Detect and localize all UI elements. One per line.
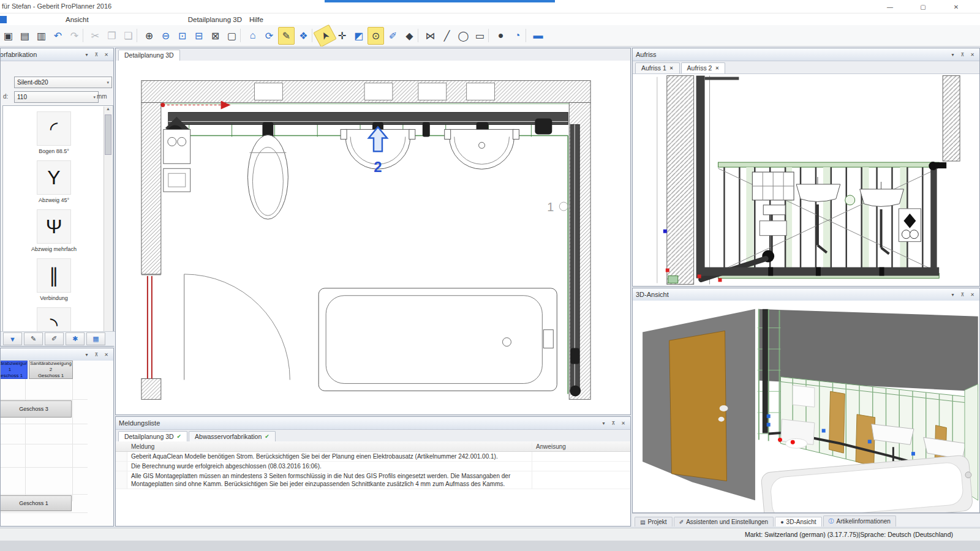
- riser-button-right[interactable]: Sanitärabzweigung 2 Geschoss 1: [29, 361, 73, 379]
- scrollbar-thumb[interactable]: [105, 114, 111, 155]
- catalog-item[interactable]: ◜ Bogen 88.5°: [8, 111, 100, 155]
- close-icon[interactable]: ✕: [669, 66, 674, 71]
- close-icon[interactable]: ✕: [619, 419, 627, 427]
- export-button[interactable]: ▥: [34, 28, 49, 44]
- bathtub-symbol[interactable]: [318, 288, 557, 391]
- snap-button[interactable]: ✱: [66, 332, 85, 345]
- elevation-canvas[interactable]: [633, 74, 979, 286]
- save-button[interactable]: ▣: [1, 28, 16, 44]
- close-icon[interactable]: ✕: [102, 351, 110, 359]
- view3d-rendering[interactable]: [633, 301, 979, 512]
- message-row[interactable]: Alle GIS Montageplatten müssen an mindes…: [116, 471, 630, 489]
- redo-button[interactable]: ↷: [67, 28, 82, 44]
- message-row[interactable]: Geberit AquaClean Modelle benötigen Stro…: [116, 452, 630, 462]
- zoom-all-button[interactable]: ⊠: [208, 28, 223, 44]
- pin-icon[interactable]: ⊼: [92, 51, 100, 59]
- catalog-item[interactable]: ◝: [8, 307, 100, 333]
- message-source-tab[interactable]: Detailplanung 3D ✔: [118, 431, 187, 442]
- floor-button-top[interactable]: Geschoss 3: [1, 400, 72, 418]
- elevation-drawing[interactable]: [633, 74, 979, 286]
- pan-button[interactable]: ⌂: [245, 28, 260, 44]
- message-source-tab[interactable]: Abwasservorfabrikation ✔: [189, 431, 276, 442]
- undo-button[interactable]: ↶: [50, 28, 66, 44]
- menu-item[interactable]: Ansicht: [62, 15, 92, 24]
- dock-tab[interactable]: ▤ Projekt: [635, 517, 673, 527]
- paste-button[interactable]: ❏: [121, 28, 136, 44]
- catalog-item[interactable]: ∥ Verbindung: [8, 258, 100, 302]
- ellipse-tool-button[interactable]: ◯: [456, 28, 471, 44]
- dock-tab[interactable]: ✐ Assistenten und Einstellungen: [674, 517, 774, 527]
- separator[interactable]: [137, 29, 141, 42]
- draw-button[interactable]: ✎: [24, 332, 43, 345]
- orbit-button[interactable]: ⟳: [262, 28, 277, 44]
- pin-icon[interactable]: ⊼: [609, 419, 617, 427]
- catalog-scrollbar[interactable]: ▲: [104, 107, 112, 332]
- dimension-tool-button[interactable]: ▬: [530, 28, 546, 44]
- move-button[interactable]: ✛: [334, 28, 350, 44]
- pin-icon[interactable]: ⊼: [92, 351, 100, 359]
- collapse-icon[interactable]: ▾: [83, 51, 91, 59]
- diameter-select[interactable]: 110 ▾: [14, 91, 99, 103]
- rect-tool-button[interactable]: ▭: [472, 28, 488, 44]
- close-icon[interactable]: ✕: [968, 51, 976, 59]
- pin-icon[interactable]: ⊼: [959, 51, 967, 59]
- collapse-icon[interactable]: ▾: [83, 351, 91, 359]
- link-elements-button[interactable]: ❖: [296, 28, 311, 44]
- catalog-item[interactable]: Ψ Abzweig mehrfach: [8, 209, 100, 253]
- find-element-button[interactable]: ⊙: [368, 27, 384, 45]
- edit-button[interactable]: ✎: [278, 27, 295, 45]
- floorplan-drawing[interactable]: 2 1: [116, 61, 630, 414]
- menu-item[interactable]: Hilfe: [246, 15, 267, 24]
- catalog-item[interactable]: Y Abzweig 45°: [8, 160, 100, 204]
- grid-line: [25, 372, 26, 501]
- close-icon[interactable]: ✕: [968, 291, 976, 299]
- collapse-icon[interactable]: ▾: [600, 419, 608, 427]
- sphere-tool-button[interactable]: ●: [493, 28, 508, 44]
- close-icon[interactable]: ✕: [715, 66, 719, 71]
- riser-button-left[interactable]: Sanitärabzweigung 1 Geschoss 1: [1, 361, 28, 379]
- floor-button-bottom[interactable]: Geschoss 1: [1, 495, 72, 511]
- elevation-tab[interactable]: Aufriss 2 ✕: [681, 62, 726, 73]
- message-row[interactable]: Die Berechnung wurde erfolgreich abgesch…: [116, 462, 630, 471]
- cut-button[interactable]: ✂: [88, 28, 103, 44]
- system-select[interactable]: Silent-db20 ▾: [14, 77, 112, 88]
- select-cursor-button[interactable]: ➤: [313, 24, 336, 47]
- pin-icon[interactable]: ⊼: [959, 291, 967, 299]
- view3d-canvas[interactable]: [633, 301, 979, 512]
- separator[interactable]: [418, 29, 422, 42]
- lock-button[interactable]: ◆: [402, 28, 417, 44]
- toilet-symbol[interactable]: [247, 135, 288, 219]
- zoom-out-button[interactable]: ⊖: [158, 28, 173, 44]
- separator[interactable]: [240, 29, 244, 42]
- zoom-in-button[interactable]: ⊕: [141, 28, 157, 44]
- measure-button[interactable]: ✐: [385, 28, 401, 44]
- collapse-icon[interactable]: ▾: [949, 51, 957, 59]
- select-group-button[interactable]: ◩: [351, 28, 366, 44]
- separator[interactable]: [526, 29, 530, 42]
- print-button[interactable]: ▤: [17, 28, 32, 44]
- coupling-tool-button[interactable]: ⋈: [423, 28, 438, 44]
- minimize-button[interactable]: —: [881, 1, 899, 12]
- collapse-icon[interactable]: ▾: [949, 291, 957, 299]
- zoom-fit-button[interactable]: ▢: [224, 28, 239, 44]
- dock-tab[interactable]: ⓘ Artikelinformationen: [823, 515, 896, 527]
- stats-button[interactable]: ▦: [86, 332, 105, 345]
- annotate-button[interactable]: ✐: [45, 332, 64, 345]
- elevation-tab[interactable]: Aufriss 1 ✕: [635, 62, 680, 73]
- scroll-up-icon[interactable]: ▲: [106, 107, 110, 111]
- separator[interactable]: [83, 29, 87, 42]
- close-icon[interactable]: ✕: [102, 51, 110, 59]
- tab-detailplanung-3d[interactable]: Detailplanung 3D: [118, 50, 180, 61]
- separator[interactable]: [488, 29, 492, 42]
- plan-canvas[interactable]: 2 1: [116, 61, 630, 414]
- maximize-button[interactable]: ▢: [914, 1, 932, 12]
- menu-item[interactable]: Detailplanung 3D: [184, 15, 246, 24]
- arc-tool-button[interactable]: ◔: [510, 28, 525, 44]
- zoom-previous-button[interactable]: ⊟: [191, 28, 206, 44]
- dock-tab[interactable]: ● 3D-Ansicht: [775, 517, 821, 527]
- line-tool-button[interactable]: ╱: [439, 28, 454, 44]
- filter-button[interactable]: ▼: [3, 332, 22, 345]
- zoom-window-button[interactable]: ⊡: [175, 28, 190, 44]
- close-button[interactable]: ✕: [947, 1, 965, 12]
- copy-button[interactable]: ❐: [104, 28, 119, 44]
